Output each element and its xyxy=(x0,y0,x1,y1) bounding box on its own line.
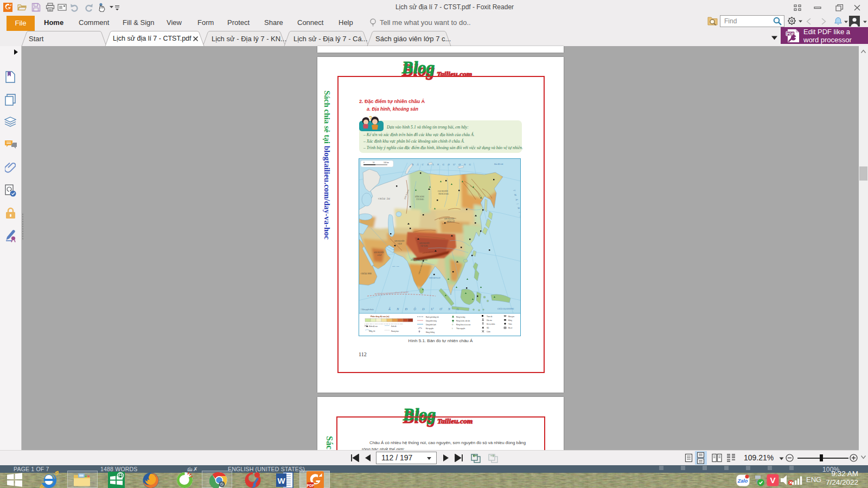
svg-text:W: W xyxy=(277,476,285,485)
svg-text:CAO NGUYÊN: CAO NGUYÊN xyxy=(438,190,449,192)
svg-text:Ấ N Đ Ộ D Ư Ơ N G: Ấ N Đ Ộ D Ư Ơ N G xyxy=(388,307,462,311)
svg-text:Ranh giới băng trôi: Ranh giới băng trôi xyxy=(426,316,439,318)
svg-text:TRUNG XI-BIA: TRUNG XI-BIA xyxy=(438,193,449,195)
svg-text:100 km: 100 km xyxy=(384,162,389,164)
svg-text:Man-gan: Man-gan xyxy=(508,316,514,318)
svg-text:Rừng lá rộng: Rừng lá rộng xyxy=(456,316,465,318)
svg-text:MÔNG CỔ: MÔNG CỔ xyxy=(446,220,455,223)
svg-text:PDF: PDF xyxy=(307,484,315,487)
svg-text:B Ắ C B Ă N G D Ư Ơ N G: B Ắ C B Ă N G D Ư Ơ N G xyxy=(412,163,473,166)
svg-text:V: V xyxy=(770,476,775,485)
svg-text:I-RAN: I-RAN xyxy=(397,243,403,245)
svg-text:Khí tự nhiên: Khí tự nhiên xyxy=(487,323,495,325)
svg-text:0 200 500 1.000 2.000: 0 200 500 1.000 2.000 3.000 5.000 trên 5… xyxy=(365,323,403,325)
svg-text:Hoang mạc: Hoang mạc xyxy=(391,330,399,332)
svg-text:Thiếc: Thiếc xyxy=(508,323,512,325)
svg-text:TÂY TẠNG: TÂY TẠNG xyxy=(420,245,428,247)
svg-text:Phân tầng độ cao (m): Phân tầng độ cao (m) xyxy=(371,316,389,318)
svg-text:Sắt: Sắt xyxy=(487,326,489,329)
svg-text:Dòng biển lạnh: Dòng biển lạnh xyxy=(426,324,436,326)
svg-text:Biển Bê-rinh: Biển Bê-rinh xyxy=(494,163,503,165)
svg-text:SƠN NGUYÊN: SƠN NGUYÊN xyxy=(419,242,430,245)
svg-text:© Bản quyền thuộc: © Bản quyền thuộc xyxy=(361,309,374,311)
svg-text:Bô-xít: Bô-xít xyxy=(508,327,513,329)
svg-text:Hàng ổ băng: Hàng ổ băng xyxy=(426,331,435,333)
svg-text:Crôm: Crôm xyxy=(487,331,491,333)
svg-text:VỊNH BEN-GAN: VỊNH BEN-GAN xyxy=(429,277,441,279)
svg-text:CHÂU PHI: CHÂU PHI xyxy=(361,272,372,275)
svg-text:Rừng thưa và xa van: Rừng thưa và xa van xyxy=(456,324,471,326)
svg-text:Điểm độ cao: Điểm độ cao xyxy=(369,325,378,328)
svg-text:SƠN NGUYÊN: SƠN NGUYÊN xyxy=(394,240,405,242)
svg-text:SƠN NGUYÊN: SƠN NGUYÊN xyxy=(444,217,455,220)
svg-text:Kinh đô: Kinh đô xyxy=(391,325,397,328)
svg-text:Sông, hồ: Sông, hồ xyxy=(369,330,375,332)
svg-text:CHÂU ÂU: CHÂU ÂU xyxy=(378,197,390,200)
svg-text:SƠN NGUYÊN: SƠN NGUYÊN xyxy=(374,251,384,254)
svg-text:Biển A-rap: Biển A-rap xyxy=(392,266,399,267)
svg-text:CHÂU ĐẠI DƯƠNG: CHÂU ĐẠI DƯƠNG xyxy=(497,307,514,310)
svg-text:Đài nguyên: Đài nguyên xyxy=(426,328,434,330)
svg-text:Than đá: Than đá xyxy=(487,316,493,318)
svg-text:Dầu mỏ: Dầu mỏ xyxy=(487,319,492,322)
svg-text:(m): (m) xyxy=(365,325,367,327)
svg-text:TÂY XI-BIA: TÂY XI-BIA xyxy=(416,198,424,201)
svg-text:Đồng: Đồng xyxy=(508,319,512,322)
svg-text:A-RAP: A-RAP xyxy=(376,254,381,256)
svg-text:Dòng biển nóng: Dòng biển nóng xyxy=(426,320,437,322)
svg-text:Thảo nguyên: Thảo nguyên xyxy=(456,328,465,330)
svg-text:Zalo: Zalo xyxy=(737,478,748,484)
svg-text:50: 50 xyxy=(373,162,375,164)
svg-text:Rừng lá kim, đới ẩm: Rừng lá kim, đới ẩm xyxy=(456,320,470,322)
